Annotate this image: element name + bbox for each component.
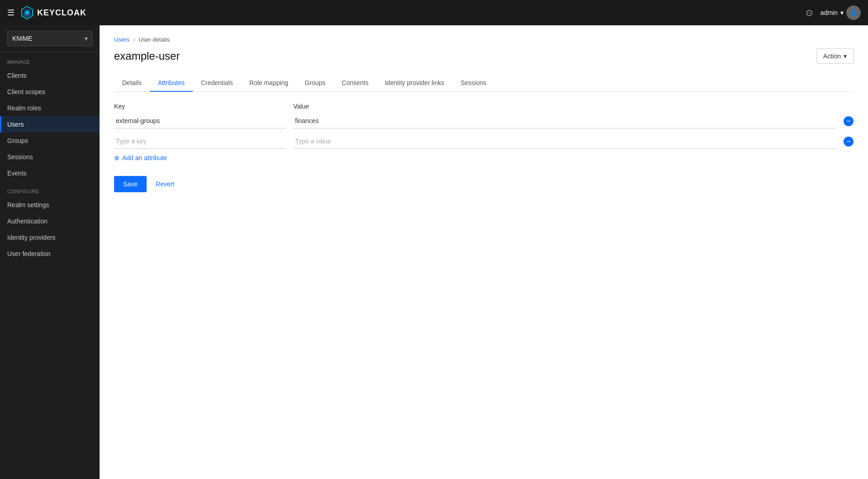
manage-section-label: Manage <box>0 52 100 67</box>
breadcrumb-current: User details <box>138 36 170 43</box>
page-title-row: example-user Action ▾ <box>114 48 854 64</box>
navbar: ☰ KEYCLOAK ⊙ admin ▾ 👤 <box>0 0 868 25</box>
tab-attributes[interactable]: Attributes <box>150 75 193 92</box>
save-button[interactable]: Save <box>114 176 147 192</box>
tab-details[interactable]: Details <box>114 75 150 92</box>
attr-row-1: − <box>114 114 854 128</box>
user-label: admin <box>820 9 838 16</box>
attr-key-input-2[interactable] <box>114 134 286 149</box>
chevron-down-icon: ▾ <box>840 9 844 16</box>
attr-headers: Key Value <box>114 103 854 110</box>
revert-button[interactable]: Revert <box>154 176 176 192</box>
sidebar-item-realm-roles[interactable]: Realm roles <box>0 100 100 116</box>
add-attribute-button[interactable]: ⊕ Add an attribute <box>114 154 167 161</box>
help-icon[interactable]: ⊙ <box>806 7 813 18</box>
configure-section-label: Configure <box>0 181 100 197</box>
logo: KEYCLOAK <box>20 5 86 20</box>
key-header: Key <box>114 103 286 110</box>
breadcrumb-separator: › <box>133 36 135 43</box>
logo-text: KEYCLOAK <box>37 8 86 18</box>
sidebar-item-realm-settings[interactable]: Realm settings <box>0 197 100 213</box>
keycloak-logo-icon <box>20 5 34 20</box>
action-button-label: Action <box>823 52 841 60</box>
sidebar-item-client-scopes[interactable]: Client scopes <box>0 84 100 100</box>
realm-select[interactable]: KNIME <box>7 31 92 46</box>
tab-consents[interactable]: Consents <box>334 75 377 92</box>
breadcrumb: Users › User details <box>114 36 854 43</box>
main-content: Users › User details example-user Action… <box>100 25 868 479</box>
form-actions: Save Revert <box>114 176 854 192</box>
page-title: example-user <box>114 50 180 62</box>
sidebar-item-user-federation[interactable]: User federation <box>0 246 100 262</box>
tab-groups[interactable]: Groups <box>296 75 334 92</box>
menu-icon[interactable]: ☰ <box>7 8 14 18</box>
attr-value-input-2[interactable] <box>293 134 836 149</box>
layout: KNIME Manage Clients Client scopes Realm… <box>0 0 868 479</box>
remove-attr-2-button[interactable]: − <box>844 137 854 147</box>
tab-identity-provider-links[interactable]: Identity provider links <box>377 75 453 92</box>
action-button[interactable]: Action ▾ <box>816 48 854 64</box>
sidebar-item-groups[interactable]: Groups <box>0 133 100 149</box>
sidebar: KNIME Manage Clients Client scopes Realm… <box>0 25 100 479</box>
realm-selector: KNIME <box>0 25 100 52</box>
action-chevron-icon: ▾ <box>844 52 847 60</box>
navbar-right: ⊙ admin ▾ 👤 <box>806 5 861 20</box>
sidebar-item-clients[interactable]: Clients <box>0 67 100 84</box>
remove-attr-1-button[interactable]: − <box>844 116 854 126</box>
tab-role-mapping[interactable]: Role mapping <box>241 75 296 92</box>
sidebar-item-sessions[interactable]: Sessions <box>0 149 100 165</box>
user-menu[interactable]: admin ▾ 👤 <box>820 5 861 20</box>
tab-credentials[interactable]: Credentials <box>193 75 241 92</box>
avatar: 👤 <box>846 5 861 20</box>
tabs: Details Attributes Credentials Role mapp… <box>114 75 854 92</box>
plus-icon: ⊕ <box>114 154 119 161</box>
sidebar-item-authentication[interactable]: Authentication <box>0 213 100 229</box>
tab-sessions[interactable]: Sessions <box>453 75 495 92</box>
attr-value-input-1[interactable] <box>293 114 836 128</box>
sidebar-item-users[interactable]: Users <box>0 116 100 133</box>
attributes-panel: Key Value − − ⊕ Add an attribute <box>114 103 854 192</box>
attr-row-2: − <box>114 134 854 149</box>
breadcrumb-users-link[interactable]: Users <box>114 36 129 43</box>
svg-point-2 <box>25 11 29 14</box>
attr-key-input-1[interactable] <box>114 114 286 128</box>
add-attribute-label: Add an attribute <box>122 154 167 161</box>
value-header: Value <box>293 103 854 110</box>
sidebar-item-identity-providers[interactable]: Identity providers <box>0 229 100 246</box>
sidebar-item-events[interactable]: Events <box>0 165 100 181</box>
